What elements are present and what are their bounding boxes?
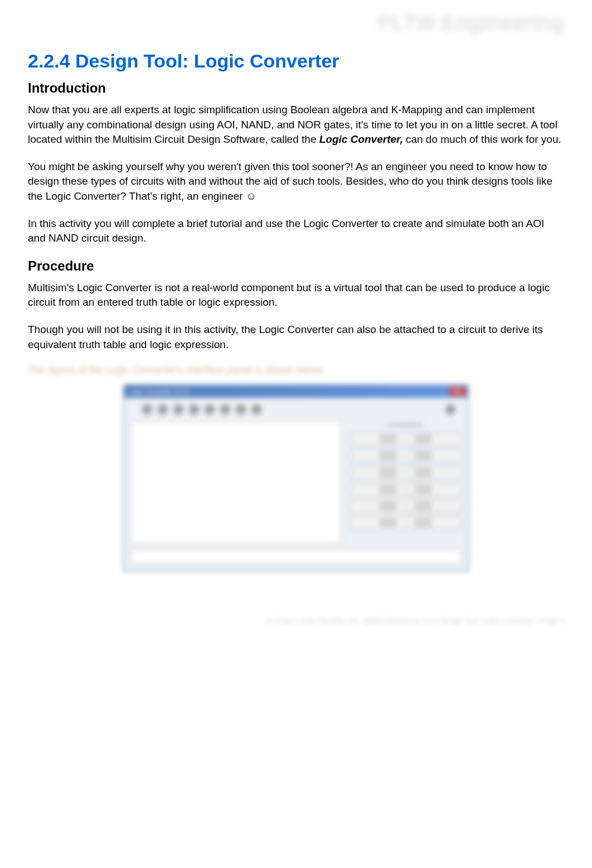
- arrow-icon: →: [402, 486, 409, 493]
- window-title: Logic Converter-XLC1: [126, 388, 190, 395]
- conv-btn-tt-to-expr[interactable]: →: [350, 432, 461, 446]
- terminal-g[interactable]: [236, 404, 246, 414]
- intro-paragraph-3: In this activity you will complete a bri…: [28, 216, 564, 246]
- expression-icon: [380, 485, 396, 493]
- logic-converter-term: Logic Converter,: [319, 133, 403, 145]
- truth-table-pane[interactable]: [131, 421, 341, 544]
- circuit-icon: [380, 519, 396, 527]
- logic-converter-screenshot: Logic Converter-XLC1 X Conversions: [123, 384, 469, 572]
- arrow-icon: →: [402, 503, 409, 509]
- terminal-b[interactable]: [158, 404, 168, 414]
- terminal-h[interactable]: [251, 404, 261, 414]
- procedure-paragraph-1: Multisim's Logic Converter is not a real…: [28, 281, 564, 310]
- terminal-e[interactable]: [205, 404, 215, 414]
- conv-btn-tt-to-simp[interactable]: →: [350, 449, 461, 462]
- introduction-heading: Introduction: [28, 80, 564, 96]
- arrow-icon: →: [402, 469, 409, 476]
- conv-btn-circuit-to-tt[interactable]: →: [350, 516, 461, 529]
- window-body: Conversions → →: [124, 398, 468, 571]
- intro-p1-text-c: can do much of this work for you.: [403, 133, 561, 145]
- expression-icon: [415, 435, 431, 443]
- procedure-heading: Procedure: [28, 258, 564, 274]
- intro-paragraph-2: You might be asking yourself why you wer…: [28, 160, 564, 204]
- truth-table-icon: [380, 435, 396, 443]
- terminal-c[interactable]: [173, 404, 183, 414]
- terminal-d[interactable]: [189, 404, 199, 414]
- procedure-paragraph-2: Though you will not be using it in this …: [28, 322, 564, 352]
- window-titlebar: Logic Converter-XLC1 X: [124, 385, 468, 398]
- main-area: Conversions → →: [131, 421, 461, 544]
- truth-table-icon: [415, 469, 431, 476]
- circuit-icon: [415, 485, 431, 493]
- input-terminals-row: [131, 404, 461, 414]
- terminal-out[interactable]: [445, 404, 455, 414]
- watermark-logo: PLTW Engineering: [377, 11, 564, 35]
- conv-btn-expr-to-nand[interactable]: →: [350, 499, 461, 513]
- conversion-buttons: → → →: [350, 432, 461, 529]
- arrow-icon: →: [402, 436, 409, 442]
- conversions-pane: Conversions → →: [350, 421, 461, 544]
- terminal-f[interactable]: [220, 404, 230, 414]
- conv-btn-expr-to-tt[interactable]: →: [350, 466, 461, 479]
- conv-btn-expr-to-circuit[interactable]: →: [350, 483, 461, 496]
- page-title: 2.2.4 Design Tool: Logic Converter: [28, 50, 564, 72]
- truth-table-icon: [415, 519, 431, 527]
- simp-expression-icon: [415, 452, 431, 460]
- page-footer: © Project Lead The Way, Inc. Digital Ele…: [28, 616, 564, 625]
- arrow-icon: →: [402, 452, 409, 459]
- expression-input[interactable]: [131, 549, 461, 564]
- window-frame: Logic Converter-XLC1 X Conversions: [123, 384, 469, 572]
- truth-table-icon: [380, 452, 396, 460]
- close-icon[interactable]: X: [449, 387, 466, 396]
- terminal-a[interactable]: [142, 404, 152, 414]
- conversions-label: Conversions: [350, 421, 461, 428]
- screenshot-caption: The layout of the Logic Converter's inte…: [28, 364, 564, 376]
- expression-icon: [380, 502, 396, 510]
- arrow-icon: →: [402, 519, 409, 526]
- nand-icon: [415, 502, 431, 510]
- intro-paragraph-1: Now that you are all experts at logic si…: [28, 103, 564, 147]
- expression-icon: [380, 469, 396, 476]
